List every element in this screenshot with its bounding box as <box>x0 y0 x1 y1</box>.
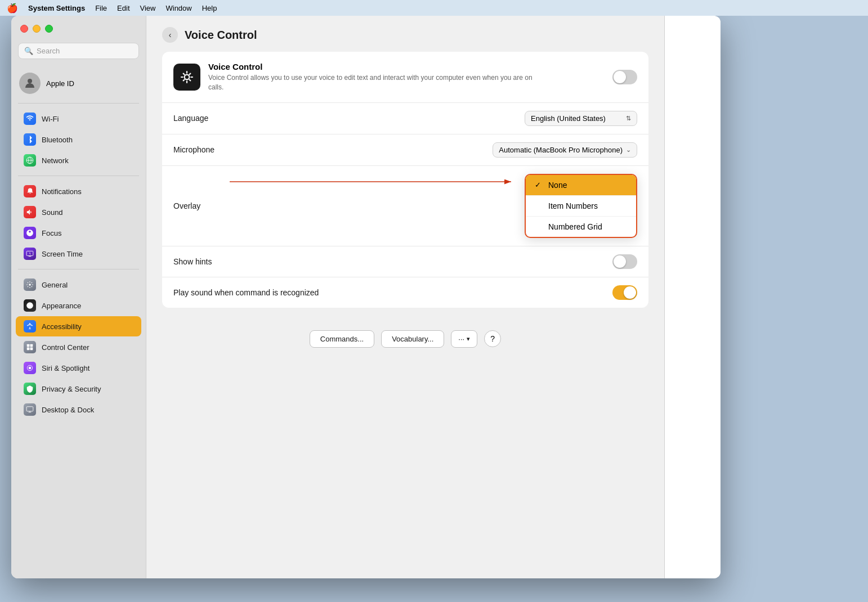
overlay-option-numbered-grid[interactable]: Numbered Grid <box>526 217 636 237</box>
focus-icon <box>24 227 36 239</box>
search-box[interactable]: 🔍 Search <box>18 43 139 59</box>
sidebar-item-label-screentime: Screen Time <box>42 250 83 258</box>
sidebar-item-focus[interactable]: Focus <box>16 223 141 243</box>
svg-rect-10 <box>27 348 30 351</box>
overlay-option-item-numbers[interactable]: Item Numbers <box>526 196 636 217</box>
app-name: System Settings <box>28 4 85 12</box>
back-button[interactable]: ‹ <box>162 27 178 43</box>
apple-id-row[interactable]: Apple ID <box>11 68 146 98</box>
maximize-button[interactable] <box>45 25 53 33</box>
sidebar-item-general[interactable]: General <box>16 275 141 295</box>
overlay-row: Overlay <box>162 166 648 246</box>
sidebar-item-siri[interactable]: Siri & Spotlight <box>16 358 141 378</box>
sidebar-item-appearance[interactable]: Appearance <box>16 295 141 316</box>
microphone-selected-value: Automatic (MacBook Pro Microphone) <box>499 146 623 154</box>
sound-icon <box>24 206 36 218</box>
bluetooth-icon <box>24 133 36 146</box>
playsound-toggle[interactable] <box>612 285 637 300</box>
menu-view[interactable]: View <box>140 4 156 12</box>
svg-point-7 <box>29 323 30 324</box>
window-body: 🔍 Search Apple ID <box>11 16 721 578</box>
accessibility-icon <box>24 320 36 333</box>
controlcenter-icon <box>24 341 36 353</box>
sidebar-section-network: Wi-Fi Bluetooth Network <box>11 106 146 173</box>
vc-text-block: Voice Control Voice Control allows you t… <box>208 62 546 92</box>
siri-icon <box>24 362 36 374</box>
dropdown-arrow-icon: ⌄ <box>626 146 631 154</box>
sidebar-item-desktop[interactable]: Desktop & Dock <box>16 399 141 420</box>
sidebar-item-label-accessibility: Accessibility <box>42 322 82 331</box>
sidebar-item-notifications[interactable]: Notifications <box>16 181 141 201</box>
sidebar-item-wifi[interactable]: Wi-Fi <box>16 109 141 129</box>
microphone-select[interactable]: Automatic (MacBook Pro Microphone) ⌄ <box>493 142 637 158</box>
svg-point-5 <box>29 284 31 286</box>
right-panel-peek <box>664 16 721 578</box>
privacy-icon <box>24 383 36 395</box>
sidebar-item-privacy[interactable]: Privacy & Security <box>16 379 141 399</box>
help-button[interactable]: ? <box>484 330 501 347</box>
overlay-option-numbered-grid-label: Numbered Grid <box>548 222 602 231</box>
content-area: Voice Control Voice Control allows you t… <box>146 52 664 578</box>
overlay-dropdown-popup: ✓ None Item Numbers Numbered Grid <box>525 174 637 238</box>
sidebar-item-controlcenter[interactable]: Control Center <box>16 337 141 357</box>
showhints-label: Show hints <box>173 257 212 266</box>
sidebar-item-label-privacy: Privacy & Security <box>42 385 101 393</box>
overlay-option-none-label: None <box>548 181 567 190</box>
commands-button[interactable]: Commands... <box>310 330 374 348</box>
menu-file[interactable]: File <box>95 4 107 12</box>
menu-window[interactable]: Window <box>165 4 191 12</box>
sidebar-item-label-desktop: Desktop & Dock <box>42 406 94 414</box>
sidebar-item-label-siri: Siri & Spotlight <box>42 364 90 372</box>
showhints-row: Show hints <box>162 246 648 277</box>
overlay-label: Overlay <box>173 201 200 210</box>
voice-control-toggle[interactable] <box>612 70 637 84</box>
back-icon: ‹ <box>169 30 172 39</box>
showhints-toggle[interactable] <box>612 254 637 269</box>
minimize-button[interactable] <box>33 25 41 33</box>
sidebar-item-bluetooth[interactable]: Bluetooth <box>16 129 141 150</box>
svg-rect-9 <box>30 344 33 347</box>
svg-rect-14 <box>26 407 33 411</box>
language-select[interactable]: English (United States) ⇅ <box>525 111 637 126</box>
apple-menu[interactable]: 🍎 <box>7 3 18 14</box>
language-value[interactable]: English (United States) ⇅ <box>525 111 637 126</box>
sidebar-item-sound[interactable]: Sound <box>16 202 141 222</box>
language-label: Language <box>173 114 208 123</box>
apple-id-label: Apple ID <box>46 79 74 88</box>
settings-card: Voice Control Voice Control allows you t… <box>162 52 648 308</box>
page-title: Voice Control <box>185 29 257 42</box>
menu-edit[interactable]: Edit <box>117 4 129 12</box>
close-button[interactable] <box>20 25 28 33</box>
appearance-icon <box>24 299 36 312</box>
sidebar-item-screentime[interactable]: Screen Time <box>16 244 141 264</box>
overlay-option-none[interactable]: ✓ None <box>526 175 636 196</box>
svg-rect-11 <box>30 348 33 351</box>
overlay-option-item-numbers-label: Item Numbers <box>548 201 598 210</box>
wifi-icon <box>24 113 36 125</box>
general-icon <box>24 278 36 291</box>
sidebar-item-label-general: General <box>42 281 68 289</box>
svg-point-6 <box>26 302 33 309</box>
vc-title: Voice Control <box>208 62 546 71</box>
sidebar-item-accessibility[interactable]: Accessibility <box>16 316 141 336</box>
playsound-label: Play sound when command is recognized <box>173 288 319 297</box>
language-selected-value: English (United States) <box>531 114 606 123</box>
desktop-icon <box>24 403 36 416</box>
svg-point-15 <box>185 74 190 79</box>
showhints-toggle-knob <box>614 255 626 268</box>
notifications-icon <box>24 185 36 197</box>
search-icon: 🔍 <box>24 47 33 55</box>
microphone-label: Microphone <box>173 145 214 154</box>
microphone-value[interactable]: Automatic (MacBook Pro Microphone) ⌄ <box>493 142 637 158</box>
svg-rect-8 <box>27 344 30 347</box>
menu-help[interactable]: Help <box>202 4 217 12</box>
vc-app-icon <box>173 64 200 91</box>
toggle-knob <box>614 71 626 83</box>
vocabulary-button[interactable]: Vocabulary... <box>381 330 444 348</box>
sidebar-item-network[interactable]: Network <box>16 150 141 170</box>
more-button[interactable]: ··· ▾ <box>451 330 477 348</box>
sidebar-section-system: General Appearance Accessibility <box>11 272 146 423</box>
sidebar-section-prefs: Notifications Sound Focus <box>11 178 146 267</box>
voice-control-header-row: Voice Control Voice Control allows you t… <box>162 52 648 103</box>
sidebar: 🔍 Search Apple ID <box>11 16 146 578</box>
